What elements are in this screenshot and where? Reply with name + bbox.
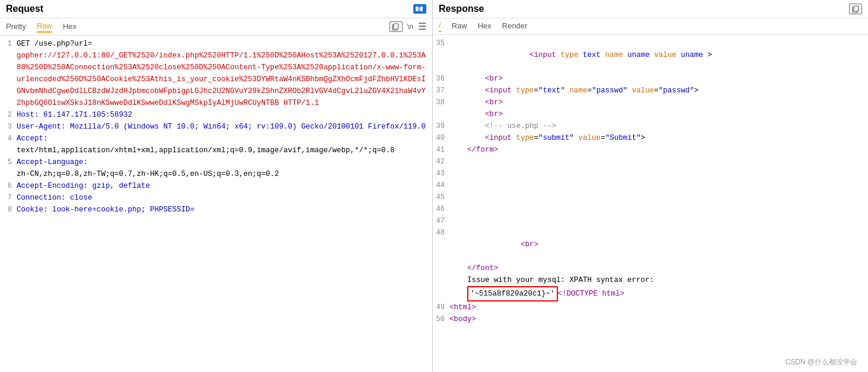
request-line-8: 8 Cookie: look-here=cookie.php; PHPSESSI… — [0, 204, 432, 216]
request-title: Request — [6, 4, 411, 14]
response-line-37: 37 <input type="text" name="passwd" valu… — [433, 85, 868, 97]
menu-icon[interactable]: ☰ — [418, 21, 426, 33]
response-line-50: 50 <body> — [433, 313, 868, 325]
response-panel: Response / Raw Hex Render 35 <input type — [433, 0, 868, 372]
response-content[interactable]: 35 <input type text name uname value una… — [433, 35, 868, 372]
copy-icon[interactable] — [390, 21, 403, 32]
response-line-40: 40 <input type="submit" value="Submit"> — [433, 132, 868, 144]
svg-rect-6 — [854, 6, 859, 11]
response-copy-icon[interactable] — [849, 4, 862, 14]
tab-hex-resp[interactable]: Hex — [478, 21, 492, 31]
response-title: Response — [439, 4, 847, 14]
request-line-4-cont: text/html,application/xhtml+xml,applicat… — [0, 145, 432, 156]
ln-icon[interactable]: \n — [407, 23, 413, 31]
response-line-41: 41 </form> — [433, 144, 868, 156]
request-line-5: 5 Accept-Language: — [0, 156, 432, 168]
tab-pretty[interactable]: Pretty — [6, 22, 26, 32]
response-line-38: 38 <br> — [433, 97, 868, 108]
response-tab-bar: / Raw Hex Render — [433, 18, 868, 35]
response-line-35: 35 <input type text name uname value una… — [433, 37, 868, 73]
request-content[interactable]: 1 GET /use.php?url= gopher://127.0.0.1:8… — [0, 36, 432, 372]
response-line-44: 44 — [433, 179, 868, 191]
svg-rect-4 — [394, 24, 398, 29]
response-line-46: 46 — [433, 203, 868, 215]
response-line-43: 43 — [433, 168, 868, 179]
tab-raw-resp[interactable]: Raw — [452, 21, 467, 31]
response-line-47: 47 — [433, 215, 868, 227]
request-line-2: 2 Host: 61.147.171.105:58932 — [0, 109, 432, 121]
response-line-42: 42 — [433, 156, 868, 168]
response-line-45: 45 — [433, 191, 868, 203]
compare-icon[interactable] — [413, 4, 426, 14]
response-line-36: 36 <br> — [433, 73, 868, 85]
request-line-1: 1 GET /use.php?url= — [0, 38, 432, 50]
request-line-3: 3 User-Agent: Mozilla/5.0 (Windows NT 10… — [0, 121, 432, 133]
request-line-4: 4 Accept: — [0, 133, 432, 145]
request-header: Request — [0, 0, 432, 18]
request-line-url: gopher://127.0.0.1:80/_GET%2520/index.ph… — [0, 50, 432, 109]
request-panel: Request Pretty Raw Hex — [0, 0, 433, 372]
tab-slash[interactable]: / — [439, 21, 441, 32]
request-tab-bar: Pretty Raw Hex \n ☰ — [0, 18, 432, 36]
response-line-49: 49 <html> — [433, 302, 868, 313]
response-header: Response — [433, 0, 868, 18]
tab-raw[interactable]: Raw — [37, 21, 52, 33]
response-line-48: 48 <br> </font> Issue with your mysql: X… — [433, 227, 868, 302]
request-line-5-cont: zh-CN,zh;q=0.8,zh-TW;q=0.7,zh-HK;q=0.5,e… — [0, 168, 432, 180]
svg-rect-0 — [416, 7, 419, 11]
response-line-39: 39 <!-- use.php --> — [433, 120, 868, 132]
request-line-7: 7 Connection: close — [0, 192, 432, 204]
tab-render[interactable]: Render — [502, 21, 528, 31]
tab-hex[interactable]: Hex — [63, 22, 76, 32]
request-line-6: 6 Accept-Encoding: gzip, deflate — [0, 180, 432, 192]
response-line-38b: <br> — [433, 108, 868, 120]
